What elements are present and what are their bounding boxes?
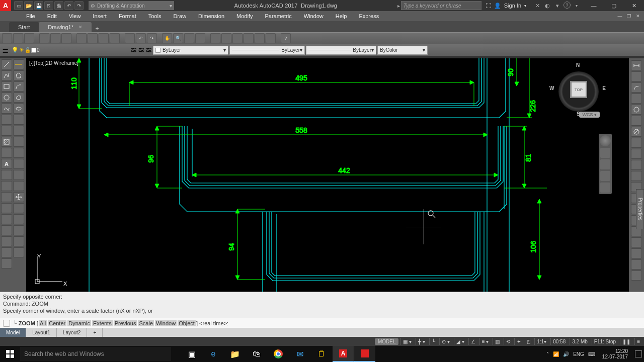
- start-button[interactable]: [0, 346, 20, 362]
- toolpalettes-icon[interactable]: [232, 33, 243, 43]
- layer-on-icon[interactable]: 💡: [12, 47, 19, 53]
- menu-express[interactable]: Express: [353, 11, 385, 21]
- new-icon[interactable]: [2, 33, 12, 43]
- menu-format[interactable]: Format: [113, 11, 142, 21]
- tray-volume-icon[interactable]: 🔊: [563, 351, 569, 357]
- layer-prev-icon[interactable]: ≋: [130, 45, 137, 55]
- ellipsearc-icon[interactable]: [1, 115, 12, 125]
- point-icon[interactable]: [13, 126, 24, 136]
- store-icon[interactable]: 🛍: [246, 346, 267, 362]
- arc-icon[interactable]: [13, 81, 24, 92]
- rectangle-icon[interactable]: [1, 81, 12, 92]
- pause-icon[interactable]: ❚❚: [620, 338, 632, 345]
- tray-chevron-icon[interactable]: ˄: [546, 351, 549, 357]
- osnap-toggle-icon[interactable]: ◢ ▾: [454, 338, 466, 345]
- stretch-icon[interactable]: [1, 214, 12, 224]
- transparency-toggle-icon[interactable]: ▥: [493, 338, 502, 345]
- open-icon[interactable]: [13, 33, 23, 43]
- annoscale-icon[interactable]: ⍞: [525, 338, 532, 345]
- tab-start[interactable]: Start: [9, 22, 39, 32]
- nav-orbit-icon[interactable]: [600, 171, 610, 181]
- layer-manager-icon[interactable]: ≣: [2, 45, 9, 55]
- layer-freeze-icon[interactable]: ☀: [19, 47, 24, 53]
- polar-toggle-icon[interactable]: ⊙ ▾: [439, 338, 452, 345]
- publish-icon[interactable]: [61, 33, 71, 43]
- tray-network-icon[interactable]: 📶: [553, 351, 559, 357]
- markup-icon[interactable]: [255, 33, 265, 43]
- grid-toggle-icon[interactable]: ▦ ▾: [400, 338, 414, 345]
- color-dropdown[interactable]: ByLayer▾: [153, 46, 228, 55]
- dim-angular-icon[interactable]: [631, 138, 642, 148]
- app-logo[interactable]: A: [0, 0, 11, 11]
- tray-keyboard-icon[interactable]: ⌨: [588, 351, 595, 357]
- menu-draw[interactable]: Draw: [167, 11, 192, 21]
- preview-icon[interactable]: [50, 33, 60, 43]
- revcloud-icon[interactable]: [13, 93, 24, 103]
- dimstyle-icon[interactable]: [631, 270, 642, 281]
- join-icon[interactable]: [1, 236, 12, 246]
- sheetset-icon[interactable]: [244, 33, 254, 43]
- xline-icon[interactable]: [13, 59, 24, 69]
- infocenter-chevron-icon[interactable]: ▸: [397, 3, 400, 9]
- hatch-icon[interactable]: [1, 137, 12, 147]
- qat-undo-icon[interactable]: ↶: [64, 1, 73, 10]
- cycling-toggle-icon[interactable]: ⟲: [504, 338, 512, 345]
- view-cube[interactable]: N S W E TOP: [548, 61, 609, 122]
- explorer-icon[interactable]: 📁: [224, 346, 246, 362]
- region-icon[interactable]: [1, 148, 12, 158]
- scale-icon[interactable]: [13, 203, 24, 213]
- linetype-dropdown[interactable]: ByLayer▾: [229, 46, 305, 55]
- line-icon[interactable]: [1, 59, 12, 69]
- cut-icon[interactable]: [76, 33, 87, 43]
- properties-icon[interactable]: [210, 33, 220, 43]
- exchange-icon[interactable]: ✕: [533, 2, 541, 10]
- makeblock-icon[interactable]: [1, 126, 12, 136]
- recorder-task-icon[interactable]: [354, 346, 375, 362]
- dim-linear-icon[interactable]: [631, 60, 642, 70]
- rotate-icon[interactable]: [1, 203, 12, 213]
- steering-wheel-icon[interactable]: [600, 135, 611, 146]
- nav-showmotion-icon[interactable]: [600, 183, 610, 193]
- layer-state-icon[interactable]: ≋: [138, 45, 144, 55]
- dimtedit-icon[interactable]: [631, 259, 642, 269]
- layer-color-swatch[interactable]: [31, 48, 36, 53]
- save-icon[interactable]: [24, 33, 34, 43]
- properties-palette-tab[interactable]: Properties: [636, 189, 644, 229]
- dim-continue-icon[interactable]: [631, 171, 642, 181]
- designcenter-icon[interactable]: [221, 33, 231, 43]
- notes-icon[interactable]: 🗒: [311, 346, 332, 362]
- close-button[interactable]: ✕: [624, 0, 644, 11]
- tab-drawing1[interactable]: Drawing1*✕: [39, 22, 92, 32]
- dim-radius-icon[interactable]: [631, 105, 642, 115]
- mirror-icon[interactable]: [1, 181, 12, 191]
- menu-edit[interactable]: Edit: [41, 11, 63, 21]
- layout-model[interactable]: Model: [0, 328, 26, 337]
- explode-icon[interactable]: [13, 247, 24, 257]
- help-toolbar-icon[interactable]: ?: [281, 33, 291, 43]
- polyline-icon[interactable]: [1, 70, 12, 80]
- taskview-icon[interactable]: ▣: [181, 346, 202, 362]
- chrome-icon[interactable]: [268, 346, 289, 362]
- ellipse-icon[interactable]: [13, 104, 24, 114]
- mail-icon[interactable]: ✉: [289, 346, 310, 362]
- modelspace-toggle[interactable]: MODEL: [375, 338, 399, 345]
- plotstyle-dropdown[interactable]: ByColor▾: [377, 46, 428, 55]
- gradient-icon[interactable]: [13, 137, 24, 147]
- workspace-dropdown[interactable]: ⚙Drafting & Annotation▾: [89, 1, 174, 10]
- maximize-button[interactable]: ▢: [604, 0, 624, 11]
- extend-icon[interactable]: [1, 225, 12, 235]
- lineweight-toggle-icon[interactable]: ≡ ▾: [479, 338, 491, 345]
- tray-notifications-icon[interactable]: [635, 350, 642, 357]
- layer-iso-icon[interactable]: ≋: [145, 45, 152, 55]
- mtext-icon[interactable]: A: [1, 159, 12, 169]
- tray-lang[interactable]: ENG: [573, 351, 584, 357]
- undo-icon[interactable]: ↶: [136, 33, 146, 43]
- circle-icon[interactable]: [1, 93, 12, 103]
- extra-icon[interactable]: [1, 258, 12, 268]
- menu-tools[interactable]: Tools: [142, 11, 168, 21]
- annomonitor-icon[interactable]: ✦: [514, 338, 523, 345]
- lineweight-dropdown[interactable]: ByLayer▾: [306, 46, 376, 55]
- array-icon[interactable]: [1, 192, 12, 202]
- zoom-icon[interactable]: 🔍: [173, 33, 183, 43]
- dimedit-icon[interactable]: [631, 248, 642, 258]
